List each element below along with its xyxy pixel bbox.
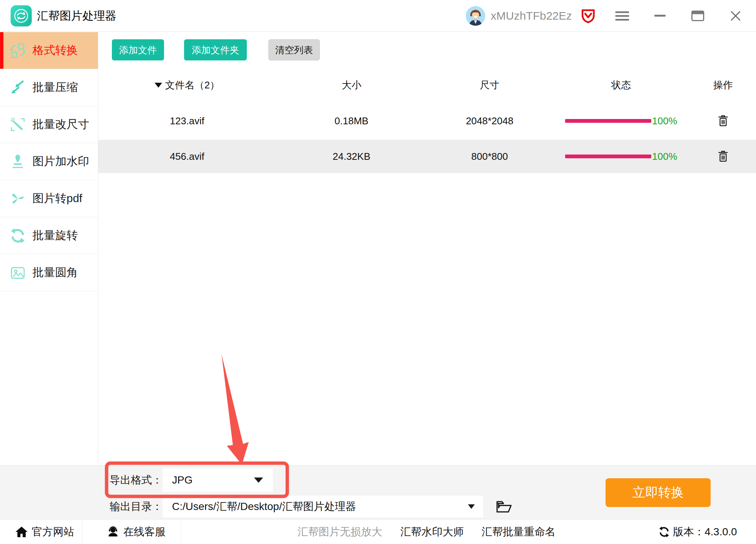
home-icon bbox=[15, 526, 28, 538]
column-header-action: 操作 bbox=[690, 79, 756, 92]
batch-resize-icon bbox=[10, 117, 26, 133]
online-service-link[interactable]: 在线客服 bbox=[107, 519, 166, 544]
add-folder-button[interactable]: 添加文件夹 bbox=[184, 39, 247, 60]
link-batch-rename[interactable]: 汇帮批量重命名 bbox=[482, 519, 556, 544]
file-size: 24.32KB bbox=[276, 151, 427, 162]
sidebar-item-rounded-corners[interactable]: 批量圆角 bbox=[0, 254, 98, 291]
footer-divider bbox=[82, 519, 82, 544]
menu-icon[interactable] bbox=[609, 0, 636, 32]
file-size: 0.18MB bbox=[276, 115, 427, 127]
link-lossless-upscale[interactable]: 汇帮图片无损放大 bbox=[297, 519, 382, 544]
progress-percent: 100% bbox=[652, 115, 677, 127]
sidebar-item-watermark[interactable]: 图片加水印 bbox=[0, 143, 98, 180]
chevron-down-icon bbox=[254, 478, 263, 483]
maximize-button[interactable] bbox=[684, 0, 711, 32]
table-row[interactable]: 123.avif 0.18MB 2048*2048 100% bbox=[98, 102, 756, 140]
username[interactable]: xMUzhTFb22Ez bbox=[491, 0, 572, 32]
progress-bar bbox=[565, 155, 651, 158]
file-table: 文件名（2） 大小 尺寸 状态 操作 123.avif 0.18MB 2048*… bbox=[98, 68, 756, 173]
browse-folder-button[interactable] bbox=[494, 497, 515, 517]
format-convert-icon bbox=[10, 43, 26, 59]
batch-rotate-icon bbox=[10, 228, 26, 244]
version-text: 版本：4.3.0.0 bbox=[673, 525, 737, 539]
sidebar-item-image-to-pdf[interactable]: 图片转pdf bbox=[0, 180, 98, 217]
minimize-button[interactable] bbox=[646, 0, 674, 32]
output-dir-label: 输出目录： bbox=[110, 496, 163, 518]
file-dimensions: 800*800 bbox=[427, 151, 552, 162]
vip-badge-icon[interactable] bbox=[580, 8, 596, 24]
version-info: 版本：4.3.0.0 bbox=[658, 519, 737, 544]
sidebar-item-label: 格式转换 bbox=[33, 43, 78, 58]
link-watermark-master[interactable]: 汇帮水印大师 bbox=[400, 519, 464, 544]
close-button[interactable] bbox=[722, 0, 749, 32]
file-dimensions: 2048*2048 bbox=[427, 115, 552, 127]
convert-now-button[interactable]: 立即转换 bbox=[606, 478, 711, 507]
sidebar-item-label: 批量旋转 bbox=[33, 228, 78, 243]
export-format-label: 导出格式： bbox=[110, 468, 163, 492]
chevron-down-icon bbox=[468, 504, 475, 509]
sort-descending-icon bbox=[155, 83, 162, 88]
app-logo-icon bbox=[11, 5, 32, 26]
output-dir-select[interactable]: C:/Users/汇帮/Desktop/汇帮图片处理器 bbox=[163, 496, 483, 518]
export-format-value: JPG bbox=[172, 474, 192, 486]
table-header: 文件名（2） 大小 尺寸 状态 操作 bbox=[98, 68, 756, 102]
highlight-arrow bbox=[222, 354, 249, 465]
delete-file-button[interactable] bbox=[716, 113, 730, 130]
rounded-corner-image-icon bbox=[10, 265, 26, 281]
trash-icon bbox=[717, 114, 729, 127]
progress-bar bbox=[565, 119, 651, 123]
export-format-select[interactable]: JPG bbox=[163, 468, 273, 492]
table-row[interactable]: 456.avif 24.32KB 800*800 100% bbox=[98, 140, 756, 173]
avatar[interactable] bbox=[466, 6, 485, 26]
app-title: 汇帮图片处理器 bbox=[37, 0, 116, 32]
progress-percent: 100% bbox=[652, 151, 677, 162]
file-name: 456.avif bbox=[98, 151, 276, 162]
sidebar-item-label: 图片加水印 bbox=[33, 154, 89, 169]
sidebar-item-format-convert[interactable]: 格式转换 bbox=[0, 32, 98, 69]
sidebar-item-batch-compress[interactable]: 批量压缩 bbox=[0, 69, 98, 106]
sidebar: 格式转换 批量压缩 批量改尺寸 bbox=[0, 32, 98, 465]
sidebar-item-label: 批量改尺寸 bbox=[33, 117, 89, 132]
column-header-size: 大小 bbox=[276, 79, 427, 92]
add-files-button[interactable]: 添加文件 bbox=[112, 39, 164, 60]
official-website-link[interactable]: 官方网站 bbox=[15, 519, 74, 544]
clear-list-button[interactable]: 清空列表 bbox=[268, 39, 320, 60]
trash-icon bbox=[717, 150, 729, 162]
titlebar: 汇帮图片处理器 xMUzhTFb22Ez bbox=[0, 0, 756, 32]
file-name: 123.avif bbox=[98, 115, 276, 127]
file-status: 100% bbox=[552, 115, 690, 127]
sidebar-item-label: 批量圆角 bbox=[33, 265, 78, 280]
file-status: 100% bbox=[552, 151, 690, 162]
delete-file-button[interactable] bbox=[716, 148, 730, 165]
folder-icon bbox=[496, 499, 513, 515]
sidebar-item-batch-rotate[interactable]: 批量旋转 bbox=[0, 217, 98, 254]
sidebar-item-label: 图片转pdf bbox=[33, 191, 82, 206]
watermark-stamp-icon bbox=[10, 154, 26, 170]
column-header-filename[interactable]: 文件名（2） bbox=[98, 79, 276, 92]
refresh-icon bbox=[658, 526, 670, 538]
batch-compress-icon bbox=[10, 80, 26, 96]
footer-divider bbox=[181, 519, 181, 544]
output-dir-value: C:/Users/汇帮/Desktop/汇帮图片处理器 bbox=[172, 499, 356, 514]
column-header-status: 状态 bbox=[552, 79, 690, 92]
sidebar-item-batch-resize[interactable]: 批量改尺寸 bbox=[0, 106, 98, 143]
app-window: 汇帮图片处理器 xMUzhTFb22Ez bbox=[0, 0, 756, 544]
column-header-dimensions: 尺寸 bbox=[427, 79, 552, 92]
customer-service-icon bbox=[107, 525, 119, 538]
image-to-pdf-icon bbox=[10, 191, 26, 207]
footer: 官方网站 在线客服 汇帮图片无损放大 汇帮水印大师 汇帮批量重命名 版 bbox=[0, 519, 756, 544]
sidebar-item-label: 批量压缩 bbox=[33, 80, 78, 95]
